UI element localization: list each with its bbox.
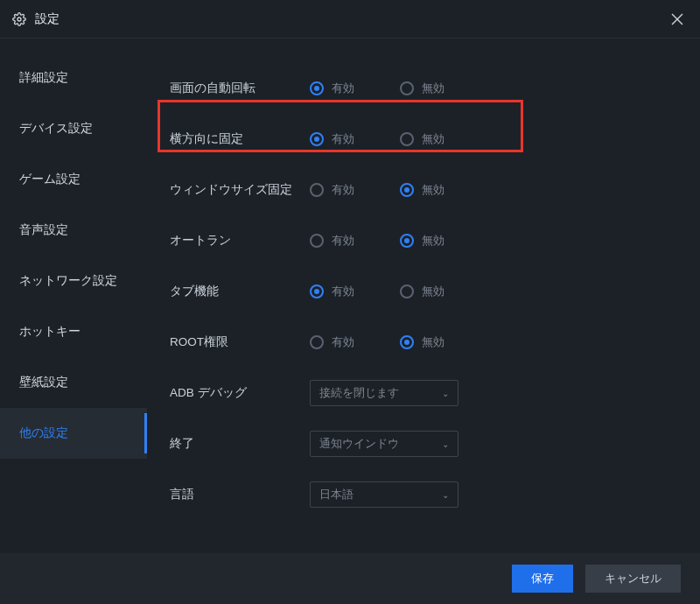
radio-lock-landscape-enabled[interactable]: 有効	[310, 132, 354, 147]
row-fixed-window: ウィンドウサイズ固定 有効 無効	[170, 165, 677, 215]
row-language: 言語 日本語 ⌄	[170, 469, 677, 520]
footer: 保存 キャンセル	[0, 553, 700, 604]
radio-dot-icon	[400, 183, 414, 197]
radio-label: 無効	[422, 284, 444, 299]
sidebar-item-advanced[interactable]: 詳細設定	[0, 53, 147, 103]
radio-dot-icon	[310, 81, 324, 95]
sidebar-item-label: 音声設定	[19, 222, 68, 238]
radio-label: 無効	[422, 234, 444, 249]
row-label: 言語	[170, 487, 310, 502]
row-lock-landscape: 横方向に固定 有効 無効	[170, 114, 677, 165]
radio-auto-rotate-enabled[interactable]: 有効	[310, 81, 354, 96]
radio-dot-icon	[400, 132, 414, 146]
row-label: 終了	[170, 436, 310, 452]
row-exit: 終了 通知ウインドウ ⌄	[170, 418, 677, 469]
row-label: 横方向に固定	[170, 131, 310, 147]
radio-label: 無効	[422, 335, 444, 350]
row-tab-feature: タブ機能 有効 無効	[170, 266, 677, 317]
sidebar-item-label: デバイス設定	[19, 121, 93, 137]
radio-lock-landscape-disabled[interactable]: 無効	[400, 132, 444, 147]
row-adb-debug: ADB デバッグ 接続を閉じます ⌄	[170, 368, 677, 418]
svg-point-0	[18, 18, 21, 21]
titlebar: 設定	[0, 0, 700, 39]
row-label: タブ機能	[170, 284, 310, 299]
sidebar-item-label: ゲーム設定	[19, 172, 80, 187]
radio-label: 有効	[332, 81, 354, 96]
radio-label: 有効	[332, 183, 354, 198]
radio-autorun-enabled[interactable]: 有効	[310, 234, 354, 249]
sidebar-item-audio[interactable]: 音声設定	[0, 205, 147, 256]
radio-dot-icon	[400, 234, 414, 248]
sidebar-item-hotkey[interactable]: ホットキー	[0, 306, 147, 357]
settings-content: 画面の自動回転 有効 無効 横方向に固定 有効 無効 ウィンドウサイズ固定 有効…	[147, 39, 700, 553]
radio-fixed-window-enabled[interactable]: 有効	[310, 183, 354, 198]
sidebar-item-other[interactable]: 他の設定	[0, 408, 147, 459]
chevron-down-icon: ⌄	[442, 389, 449, 398]
row-label: オートラン	[170, 233, 310, 249]
radio-root-enabled[interactable]: 有効	[310, 335, 354, 350]
select-exit[interactable]: 通知ウインドウ ⌄	[310, 431, 458, 457]
radio-label: 有効	[332, 335, 354, 350]
sidebar-item-label: 他の設定	[19, 425, 68, 441]
sidebar-item-label: ホットキー	[19, 324, 80, 340]
radio-label: 無効	[422, 132, 444, 147]
row-label: ウィンドウサイズ固定	[170, 182, 310, 198]
radio-label: 有効	[332, 284, 354, 299]
radio-auto-rotate-disabled[interactable]: 無効	[400, 81, 444, 96]
radio-dot-icon	[400, 81, 414, 95]
radio-dot-icon	[310, 335, 324, 349]
chevron-down-icon: ⌄	[442, 439, 449, 449]
radio-dot-icon	[400, 284, 414, 298]
radio-label: 無効	[422, 183, 444, 198]
row-autorun: オートラン 有効 無効	[170, 215, 677, 266]
radio-label: 無効	[422, 81, 444, 96]
row-label: ADB デバッグ	[170, 385, 310, 401]
select-language[interactable]: 日本語 ⌄	[310, 481, 458, 508]
chevron-down-icon: ⌄	[442, 490, 449, 500]
sidebar-item-label: ネットワーク設定	[19, 273, 117, 289]
sidebar-item-label: 詳細設定	[19, 70, 68, 86]
sidebar-item-wallpaper[interactable]: 壁紙設定	[0, 357, 147, 408]
radio-tab-disabled[interactable]: 無効	[400, 284, 444, 299]
row-auto-rotate: 画面の自動回転 有効 無効	[170, 63, 677, 114]
sidebar-item-game[interactable]: ゲーム設定	[0, 154, 147, 205]
radio-root-disabled[interactable]: 無効	[400, 335, 444, 350]
radio-autorun-disabled[interactable]: 無効	[400, 234, 444, 249]
row-label: 画面の自動回転	[170, 81, 310, 96]
radio-label: 有効	[332, 234, 354, 249]
sidebar: 詳細設定 デバイス設定 ゲーム設定 音声設定 ネットワーク設定 ホットキー 壁紙…	[0, 39, 147, 553]
save-button[interactable]: 保存	[512, 565, 573, 593]
close-icon[interactable]	[667, 9, 688, 30]
row-root-permission: ROOT権限 有効 無効	[170, 317, 677, 368]
select-value: 通知ウインドウ	[319, 437, 399, 452]
radio-dot-icon	[400, 335, 414, 349]
sidebar-item-network[interactable]: ネットワーク設定	[0, 256, 147, 306]
radio-dot-icon	[310, 234, 324, 248]
radio-dot-icon	[310, 284, 324, 298]
gear-icon	[12, 12, 26, 26]
window-title: 設定	[35, 11, 667, 27]
sidebar-item-label: 壁紙設定	[19, 375, 68, 390]
select-value: 接続を閉じます	[319, 386, 399, 401]
radio-fixed-window-disabled[interactable]: 無効	[400, 183, 444, 198]
radio-label: 有効	[332, 132, 354, 147]
radio-tab-enabled[interactable]: 有効	[310, 284, 354, 299]
radio-dot-icon	[310, 132, 324, 146]
cancel-button[interactable]: キャンセル	[585, 565, 681, 593]
sidebar-item-device[interactable]: デバイス設定	[0, 103, 147, 154]
radio-dot-icon	[310, 183, 324, 197]
row-label: ROOT権限	[170, 334, 310, 350]
select-adb-debug[interactable]: 接続を閉じます ⌄	[310, 380, 458, 406]
select-value: 日本語	[319, 488, 354, 502]
